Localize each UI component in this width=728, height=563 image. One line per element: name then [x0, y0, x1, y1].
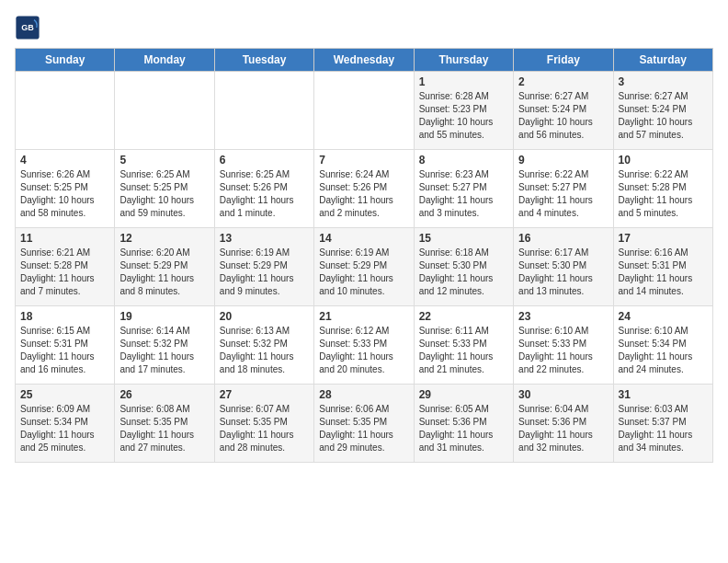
day-header-tuesday: Tuesday: [214, 49, 313, 72]
calendar-cell: 21Sunrise: 6:12 AMSunset: 5:33 PMDayligh…: [314, 306, 414, 385]
day-info: Sunrise: 6:22 AMSunset: 5:27 PMDaylight:…: [518, 168, 608, 220]
calendar-cell: 12Sunrise: 6:20 AMSunset: 5:29 PMDayligh…: [115, 228, 214, 306]
calendar-cell: 2Sunrise: 6:27 AMSunset: 5:24 PMDaylight…: [514, 72, 613, 150]
day-info: Sunrise: 6:10 AMSunset: 5:34 PMDaylight:…: [619, 325, 708, 376]
calendar-cell: 30Sunrise: 6:04 AMSunset: 5:36 PMDayligh…: [514, 385, 613, 463]
day-number: 29: [419, 388, 508, 401]
calendar-cell: 4Sunrise: 6:26 AMSunset: 5:25 PMDaylight…: [16, 150, 115, 228]
calendar-cell: 16Sunrise: 6:17 AMSunset: 5:30 PMDayligh…: [514, 228, 613, 306]
day-info: Sunrise: 6:19 AMSunset: 5:29 PMDaylight:…: [319, 247, 408, 298]
day-number: 20: [220, 310, 309, 323]
day-number: 3: [619, 75, 708, 88]
day-header-wednesday: Wednesday: [314, 49, 414, 72]
day-number: 5: [119, 154, 209, 167]
day-number: 12: [119, 232, 209, 245]
day-info: Sunrise: 6:06 AMSunset: 5:35 PMDaylight:…: [319, 403, 408, 454]
day-number: 28: [319, 388, 408, 401]
calendar-cell: 19Sunrise: 6:14 AMSunset: 5:32 PMDayligh…: [115, 306, 214, 385]
day-number: 27: [220, 388, 309, 401]
day-number: 4: [20, 154, 109, 167]
calendar-cell: 11Sunrise: 6:21 AMSunset: 5:28 PMDayligh…: [16, 228, 115, 306]
day-header-saturday: Saturday: [613, 49, 712, 72]
calendar-table: SundayMondayTuesdayWednesdayThursdayFrid…: [15, 48, 713, 463]
day-info: Sunrise: 6:12 AMSunset: 5:33 PMDaylight:…: [319, 325, 408, 376]
day-number: 25: [20, 388, 109, 401]
day-number: 7: [319, 154, 408, 167]
calendar-cell: 5Sunrise: 6:25 AMSunset: 5:25 PMDaylight…: [115, 150, 214, 228]
calendar-cell: 7Sunrise: 6:24 AMSunset: 5:26 PMDaylight…: [314, 150, 414, 228]
day-number: 24: [619, 310, 708, 323]
day-number: 10: [619, 154, 708, 167]
day-info: Sunrise: 6:26 AMSunset: 5:25 PMDaylight:…: [20, 168, 109, 220]
calendar-cell: [214, 72, 313, 150]
day-info: Sunrise: 6:17 AMSunset: 5:30 PMDaylight:…: [518, 247, 608, 298]
day-number: 8: [419, 154, 508, 167]
day-info: Sunrise: 6:15 AMSunset: 5:31 PMDaylight:…: [20, 325, 109, 376]
day-info: Sunrise: 6:28 AMSunset: 5:23 PMDaylight:…: [419, 90, 508, 142]
day-info: Sunrise: 6:22 AMSunset: 5:28 PMDaylight:…: [619, 168, 708, 220]
day-number: 1: [419, 75, 508, 88]
calendar-cell: [115, 72, 214, 150]
calendar-cell: 13Sunrise: 6:19 AMSunset: 5:29 PMDayligh…: [214, 228, 313, 306]
day-info: Sunrise: 6:24 AMSunset: 5:26 PMDaylight:…: [319, 168, 408, 220]
day-info: Sunrise: 6:21 AMSunset: 5:28 PMDaylight:…: [20, 247, 109, 298]
calendar-cell: 8Sunrise: 6:23 AMSunset: 5:27 PMDaylight…: [414, 150, 513, 228]
day-info: Sunrise: 6:14 AMSunset: 5:32 PMDaylight:…: [119, 325, 209, 376]
calendar-cell: 15Sunrise: 6:18 AMSunset: 5:30 PMDayligh…: [414, 228, 513, 306]
day-info: Sunrise: 6:23 AMSunset: 5:27 PMDaylight:…: [419, 168, 508, 220]
day-number: 22: [419, 310, 508, 323]
day-header-sunday: Sunday: [16, 49, 115, 72]
day-number: 17: [619, 232, 708, 245]
day-info: Sunrise: 6:10 AMSunset: 5:33 PMDaylight:…: [518, 325, 608, 376]
day-info: Sunrise: 6:05 AMSunset: 5:36 PMDaylight:…: [419, 403, 508, 454]
day-number: 14: [319, 232, 408, 245]
day-info: Sunrise: 6:13 AMSunset: 5:32 PMDaylight:…: [220, 325, 309, 376]
day-info: Sunrise: 6:19 AMSunset: 5:29 PMDaylight:…: [220, 247, 309, 298]
day-header-monday: Monday: [115, 49, 214, 72]
calendar-cell: [16, 72, 115, 150]
day-header-friday: Friday: [514, 49, 613, 72]
day-info: Sunrise: 6:27 AMSunset: 5:24 PMDaylight:…: [619, 90, 708, 142]
calendar-cell: 28Sunrise: 6:06 AMSunset: 5:35 PMDayligh…: [314, 385, 414, 463]
day-info: Sunrise: 6:04 AMSunset: 5:36 PMDaylight:…: [518, 403, 608, 454]
calendar-cell: 10Sunrise: 6:22 AMSunset: 5:28 PMDayligh…: [613, 150, 712, 228]
calendar-cell: 29Sunrise: 6:05 AMSunset: 5:36 PMDayligh…: [414, 385, 513, 463]
calendar-cell: 25Sunrise: 6:09 AMSunset: 5:34 PMDayligh…: [16, 385, 115, 463]
day-number: 21: [319, 310, 408, 323]
day-number: 11: [20, 232, 109, 245]
calendar-cell: 3Sunrise: 6:27 AMSunset: 5:24 PMDaylight…: [613, 72, 712, 150]
day-info: Sunrise: 6:07 AMSunset: 5:35 PMDaylight:…: [220, 403, 309, 454]
day-number: 2: [518, 75, 608, 88]
day-info: Sunrise: 6:08 AMSunset: 5:35 PMDaylight:…: [119, 403, 209, 454]
calendar-cell: 27Sunrise: 6:07 AMSunset: 5:35 PMDayligh…: [214, 385, 313, 463]
logo-icon: GB: [15, 15, 40, 40]
day-info: Sunrise: 6:11 AMSunset: 5:33 PMDaylight:…: [419, 325, 508, 376]
calendar-cell: 18Sunrise: 6:15 AMSunset: 5:31 PMDayligh…: [16, 306, 115, 385]
calendar-cell: 14Sunrise: 6:19 AMSunset: 5:29 PMDayligh…: [314, 228, 414, 306]
day-info: Sunrise: 6:20 AMSunset: 5:29 PMDaylight:…: [119, 247, 209, 298]
day-header-thursday: Thursday: [414, 49, 513, 72]
calendar-cell: 9Sunrise: 6:22 AMSunset: 5:27 PMDaylight…: [514, 150, 613, 228]
day-number: 9: [518, 154, 608, 167]
svg-text:GB: GB: [21, 23, 34, 32]
calendar-cell: 24Sunrise: 6:10 AMSunset: 5:34 PMDayligh…: [613, 306, 712, 385]
calendar-cell: 1Sunrise: 6:28 AMSunset: 5:23 PMDaylight…: [414, 72, 513, 150]
day-number: 23: [518, 310, 608, 323]
calendar-cell: 20Sunrise: 6:13 AMSunset: 5:32 PMDayligh…: [214, 306, 313, 385]
day-number: 26: [119, 388, 209, 401]
day-number: 31: [619, 388, 708, 401]
calendar-cell: 26Sunrise: 6:08 AMSunset: 5:35 PMDayligh…: [115, 385, 214, 463]
day-info: Sunrise: 6:03 AMSunset: 5:37 PMDaylight:…: [619, 403, 708, 454]
day-number: 18: [20, 310, 109, 323]
day-number: 6: [220, 154, 309, 167]
day-number: 30: [518, 388, 608, 401]
calendar-cell: 31Sunrise: 6:03 AMSunset: 5:37 PMDayligh…: [613, 385, 712, 463]
calendar-cell: 22Sunrise: 6:11 AMSunset: 5:33 PMDayligh…: [414, 306, 513, 385]
day-info: Sunrise: 6:16 AMSunset: 5:31 PMDaylight:…: [619, 247, 708, 298]
day-info: Sunrise: 6:27 AMSunset: 5:24 PMDaylight:…: [518, 90, 608, 142]
day-info: Sunrise: 6:25 AMSunset: 5:25 PMDaylight:…: [119, 168, 209, 220]
day-info: Sunrise: 6:18 AMSunset: 5:30 PMDaylight:…: [419, 247, 508, 298]
day-info: Sunrise: 6:25 AMSunset: 5:26 PMDaylight:…: [220, 168, 309, 220]
day-info: Sunrise: 6:09 AMSunset: 5:34 PMDaylight:…: [20, 403, 109, 454]
day-number: 15: [419, 232, 508, 245]
